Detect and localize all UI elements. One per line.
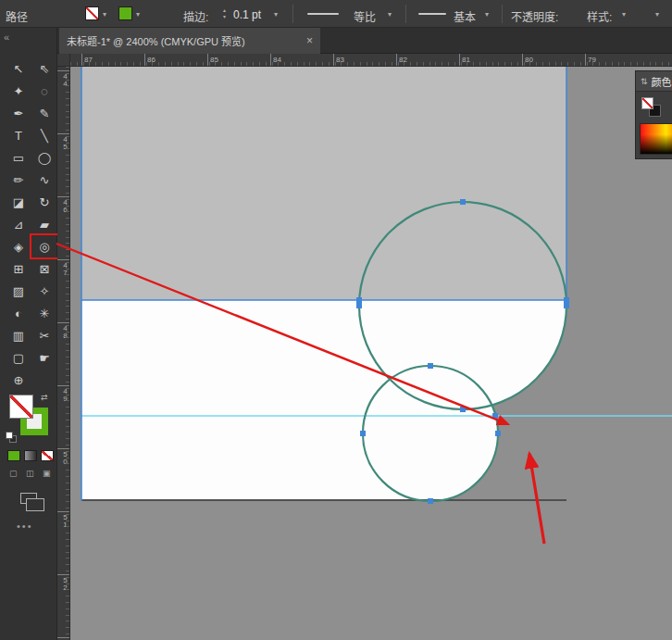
screen-mode-icon[interactable]: [20, 493, 37, 504]
curvature-tool[interactable]: ✎: [31, 102, 57, 124]
ruler-v-label: 52: [57, 574, 69, 591]
brush-preview-icon[interactable]: [418, 13, 446, 15]
ellipse-tool[interactable]: ◯: [31, 146, 57, 169]
gray-rectangle-shape[interactable]: [81, 67, 566, 300]
column-graph-tool[interactable]: ▥: [6, 324, 31, 346]
close-tab-icon[interactable]: ×: [306, 34, 313, 47]
stroke-color-swatch[interactable]: [118, 6, 132, 20]
stroke-dropdown-chevron-icon[interactable]: ▾: [136, 10, 140, 19]
brush-value[interactable]: 基本: [454, 8, 476, 24]
color-panel-header[interactable]: ⇅ 颜色: [636, 71, 672, 92]
opacity-label[interactable]: 不透明度:: [511, 8, 558, 24]
canvas[interactable]: [70, 67, 672, 640]
rectangle-tool[interactable]: ▭: [6, 146, 31, 169]
default-fill-stroke-icon[interactable]: [6, 432, 19, 445]
ruler-h-label: 86: [144, 54, 156, 66]
rotate-tool[interactable]: ↻: [31, 191, 57, 213]
ruler-h-label: 83: [333, 54, 344, 66]
width-profile-chevron-icon[interactable]: ▾: [388, 10, 392, 19]
puppet-warp-tool[interactable]: ◈: [6, 235, 31, 257]
anchor-point[interactable]: [360, 431, 366, 436]
selection-tool[interactable]: ↖: [6, 57, 31, 80]
apply-color-button[interactable]: [7, 450, 20, 461]
eraser-tool[interactable]: ◪: [6, 191, 31, 213]
apply-gradient-button[interactable]: [24, 450, 37, 461]
toolbar-collapse-icon[interactable]: «: [4, 31, 9, 43]
divider: [405, 5, 406, 23]
color-panel-swatches: [641, 97, 664, 119]
shaper-tool[interactable]: ∿: [31, 169, 57, 191]
pen-tool[interactable]: ✒: [6, 102, 31, 124]
ruler-v-label: 47: [57, 259, 69, 276]
style-chevron-icon[interactable]: ▾: [622, 10, 626, 19]
stepper-down-icon[interactable]: ▾: [223, 14, 226, 20]
artboard-tool[interactable]: ▢: [6, 346, 31, 369]
fill-dropdown-chevron-icon[interactable]: ▾: [103, 10, 106, 19]
white-shape[interactable]: [81, 300, 566, 501]
paintbrush-tool[interactable]: ✏: [6, 169, 31, 191]
ruler-v-label: 46: [57, 196, 69, 213]
anchor-point[interactable]: [428, 498, 433, 504]
control-bar: 路径 ▾ ▾ 描边: ▴▾ 0.1 pt ▾ 等比 ▾ 基本 ▾ 不透明度: 样…: [0, 0, 672, 28]
anchor-point[interactable]: [495, 431, 501, 436]
hand-tool[interactable]: ☛: [31, 346, 57, 369]
apply-none-button[interactable]: [41, 450, 54, 461]
eyedropper-tool[interactable]: ✧: [31, 280, 57, 302]
anchor-point[interactable]: [356, 303, 362, 308]
zoom-tool[interactable]: ⊕: [6, 369, 31, 391]
default-fill-chip: [6, 432, 13, 439]
blend-tool[interactable]: ◐: [6, 302, 31, 324]
anchor-point[interactable]: [460, 407, 466, 412]
width-profile-preview-icon[interactable]: [307, 13, 339, 15]
ruler-h-label: 84: [270, 54, 281, 66]
document-tab[interactable]: 未标题-1* @ 2400% (CMYK/GPU 预览) ×: [59, 28, 320, 54]
ruler-horizontal[interactable]: 878685848382818079: [70, 54, 672, 67]
lasso-tool[interactable]: ◌: [31, 80, 57, 102]
anchor-point[interactable]: [564, 297, 569, 303]
stroke-weight-label: 描边:: [183, 8, 208, 24]
panel-fill-none-swatch[interactable]: [641, 97, 653, 109]
anchor-point[interactable]: [428, 363, 433, 369]
shape-builder-tool[interactable]: ◎: [31, 235, 57, 257]
ruler-vertical[interactable]: 44454647484950515253: [57, 67, 70, 640]
slice-tool[interactable]: ✂: [31, 324, 57, 346]
panel-collapse-icon[interactable]: ⇅: [641, 77, 648, 86]
type-tool[interactable]: T: [6, 124, 31, 146]
ruler-h-label: 80: [522, 54, 533, 66]
symbol-sprayer-tool[interactable]: ✳: [31, 302, 57, 324]
ruler-v-label: 49: [57, 385, 69, 402]
fill-color-swatch[interactable]: [85, 6, 99, 20]
ruler-corner[interactable]: [57, 54, 70, 67]
magic-wand-tool[interactable]: ✦: [6, 80, 31, 102]
anchor-point[interactable]: [492, 413, 498, 419]
scale-tool[interactable]: ⊿: [6, 213, 31, 235]
stepper-up-icon[interactable]: ▴: [223, 7, 226, 14]
width-profile-value[interactable]: 等比: [354, 8, 376, 24]
panel-options-chevron-icon[interactable]: ▾: [655, 10, 659, 19]
color-spectrum[interactable]: [640, 123, 672, 155]
ruler-h-label: 82: [396, 54, 407, 66]
perspective-grid-tool[interactable]: ⊞: [6, 257, 31, 280]
more-tools-icon[interactable]: •••: [17, 521, 33, 532]
line-segment-tool[interactable]: ╲: [31, 124, 57, 146]
ruler-v-label: 48: [57, 322, 69, 339]
style-label: 样式:: [587, 8, 612, 24]
canvas-svg: [70, 67, 672, 640]
anchor-point[interactable]: [460, 199, 466, 205]
anchor-point[interactable]: [564, 303, 569, 308]
fill-none-indicator[interactable]: [9, 395, 33, 419]
brush-chevron-icon[interactable]: ▾: [485, 10, 489, 19]
stroke-weight-value[interactable]: 0.1 pt: [233, 8, 261, 21]
draw-behind-icon[interactable]: ◫: [26, 469, 34, 478]
draw-normal-icon[interactable]: ▢: [9, 469, 18, 478]
draw-inside-icon[interactable]: ▣: [43, 469, 51, 478]
swap-fill-stroke-icon[interactable]: ⇄: [41, 393, 48, 402]
anchor-point[interactable]: [356, 297, 362, 303]
gradient-tool[interactable]: ▨: [6, 280, 31, 302]
apply-color-buttons: [6, 450, 57, 463]
stroke-weight-chevron-icon[interactable]: ▾: [274, 10, 278, 19]
free-transform-tool[interactable]: ▰: [31, 213, 57, 235]
stroke-weight-stepper[interactable]: ▴▾: [220, 5, 229, 23]
direct-selection-tool[interactable]: ⇖: [31, 57, 57, 80]
mesh-tool[interactable]: ⊠: [31, 257, 57, 280]
